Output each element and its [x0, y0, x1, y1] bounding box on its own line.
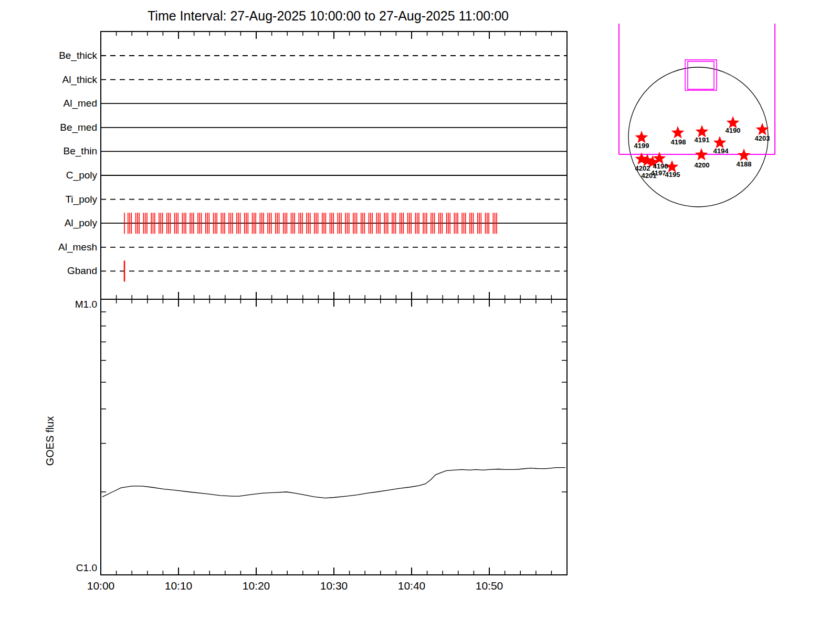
x-tick-label-1020: 10:20 — [233, 580, 280, 592]
filter-label-be-med: Be_med — [13, 122, 97, 133]
active-region-star-4198 — [671, 126, 685, 139]
active-region-label-4199: 4199 — [634, 142, 649, 150]
x-tick-label-1000: 10:00 — [77, 580, 124, 592]
x-tick-label-1010: 10:10 — [155, 580, 202, 592]
active-region-label-4198: 4198 — [671, 138, 686, 146]
filter-label-al-mesh: Al_mesh — [13, 242, 97, 253]
active-region-star-4194 — [713, 136, 727, 149]
active-region-label-4194: 4194 — [713, 147, 729, 155]
active-region-star-4188 — [738, 149, 751, 161]
active-region-label-4195: 4195 — [665, 171, 680, 178]
target-box-outer — [685, 60, 717, 90]
plot-canvas: 4199419841914190420341944188420042014197… — [0, 0, 840, 630]
filter-label-al-thick: Al_thick — [13, 74, 97, 86]
active-region-label-4203: 4203 — [755, 134, 770, 142]
x-tick-label-1050: 10:50 — [466, 580, 513, 592]
active-region-label-4190: 4190 — [726, 127, 741, 134]
active-region-label-4188: 4188 — [737, 160, 752, 168]
x-tick-label-1030: 10:30 — [310, 580, 358, 592]
active-region-star-4200 — [695, 148, 708, 161]
filter-panel-frame — [101, 32, 567, 299]
goes-panel-frame — [101, 299, 567, 575]
filter-label-gband: Gband — [13, 265, 97, 277]
filter-label-c-poly: C_poly — [13, 170, 97, 181]
filter-label-al-poly: Al_poly — [13, 217, 97, 229]
active-region-label-4202: 4202 — [635, 164, 650, 172]
filter-label-ti-poly: Ti_poly — [13, 194, 97, 205]
active-region-label-4196: 4196 — [653, 162, 668, 170]
goes-y-bottom-tick-label: C1.0 — [13, 562, 97, 574]
filter-label-be-thin: Be_thin — [13, 145, 97, 157]
active-region-star-4199 — [635, 131, 648, 143]
goes-flux-curve — [102, 468, 565, 498]
xrt-observation-summary-screenshot: 4199419841914190420341944188420042014197… — [0, 0, 840, 630]
active-region-label-4197: 4197 — [651, 169, 666, 177]
active-region-label-4191: 4191 — [695, 136, 710, 144]
filter-label-al-med: Al_med — [13, 98, 97, 109]
x-tick-label-1040: 10:40 — [388, 580, 435, 592]
active-region-star-4191 — [696, 125, 709, 138]
filter-label-be-thick: Be_thick — [13, 50, 97, 61]
goes-axis-title: GOES flux — [44, 401, 56, 481]
active-region-label-4200: 4200 — [695, 161, 710, 169]
target-box-inner — [688, 61, 714, 89]
goes-y-top-tick-label: M1.0 — [13, 299, 97, 310]
time-interval-title: Time Interval: 27-Aug-2025 10:00:00 to 2… — [79, 8, 578, 24]
